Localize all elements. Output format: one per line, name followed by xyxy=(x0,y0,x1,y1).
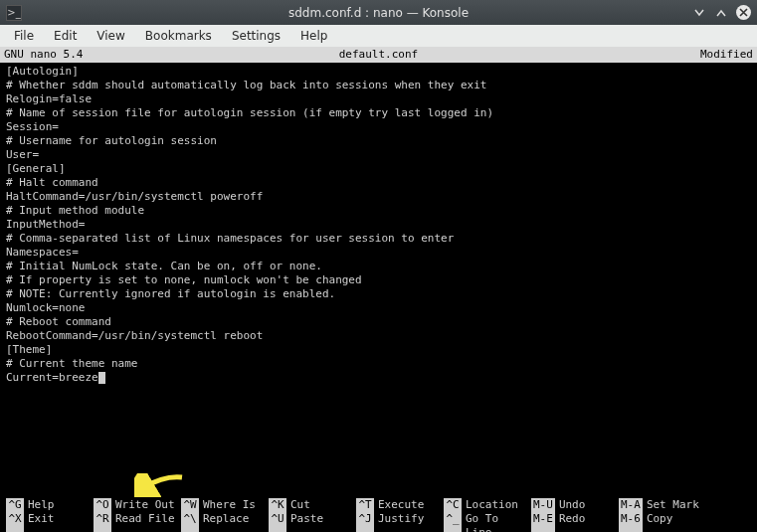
editor-line: # Reboot command xyxy=(6,315,751,329)
editor-line: # Comma-separated list of Linux namespac… xyxy=(6,232,751,246)
shortcut-where-is: ^WWhere Is xyxy=(181,498,269,512)
nano-header: GNU nano 5.4 default.conf Modified xyxy=(0,47,757,63)
shortcut-key: ^U xyxy=(269,512,286,532)
shortcut-label: Read File xyxy=(115,512,175,532)
shortcut-label: Redo xyxy=(559,512,586,532)
menu-help[interactable]: Help xyxy=(290,26,337,46)
editor-line: # Current theme name xyxy=(6,357,751,371)
editor-line: # Halt command xyxy=(6,176,751,190)
shortcut-key: ^T xyxy=(356,498,374,512)
shortcut-key: ^J xyxy=(356,512,374,532)
shortcut-label: Help xyxy=(28,498,55,512)
editor-line: Relogin=false xyxy=(6,92,751,106)
editor-area[interactable]: [Autologin]# Whether sddm should automat… xyxy=(0,63,757,498)
shortcut-label: Write Out xyxy=(115,498,175,512)
editor-line: # Name of session file for autologin ses… xyxy=(6,106,751,120)
shortcut-label: Replace xyxy=(203,512,249,532)
maximize-button[interactable] xyxy=(714,6,728,20)
shortcut-key: M-6 xyxy=(619,512,643,532)
shortcut-justify: ^JJustify xyxy=(356,512,444,532)
nano-status: Modified xyxy=(506,47,753,63)
shortcut-copy: M-6Copy xyxy=(619,512,706,532)
shortcut-key: ^C xyxy=(444,498,462,512)
shortcut-key: ^K xyxy=(269,498,286,512)
shortcut-redo: M-ERedo xyxy=(531,512,619,532)
editor-line: [General] xyxy=(6,162,751,176)
menu-edit[interactable]: Edit xyxy=(44,26,87,46)
shortcut-label: Undo xyxy=(559,498,586,512)
menu-view[interactable]: View xyxy=(87,26,134,46)
editor-line: Numlock=none xyxy=(6,301,751,315)
editor-line: # Initial NumLock state. Can be on, off … xyxy=(6,260,751,273)
shortcut-cut: ^KCut xyxy=(269,498,356,512)
editor-line: HaltCommand=/usr/bin/systemctl poweroff xyxy=(6,190,751,204)
minimize-button[interactable] xyxy=(692,6,706,20)
editor-line: # If property is set to none, numlock wo… xyxy=(6,273,751,287)
editor-line: RebootCommand=/usr/bin/systemctl reboot xyxy=(6,329,751,343)
editor-line: User= xyxy=(6,148,751,162)
shortcut-key: ^G xyxy=(6,498,24,512)
shortcut-label: Where Is xyxy=(203,498,256,512)
shortcut-label: Justify xyxy=(378,512,424,532)
shortcut-set-mark: M-ASet Mark xyxy=(619,498,706,512)
shortcut-label: Set Mark xyxy=(647,498,699,512)
shortcut-key: ^W xyxy=(181,498,199,512)
shortcut-paste: ^UPaste xyxy=(269,512,356,532)
editor-line: # Input method module xyxy=(6,204,751,218)
shortcut-location: ^CLocation xyxy=(444,498,531,512)
shortcut-label: Copy xyxy=(647,512,673,532)
nano-version: GNU nano 5.4 xyxy=(4,47,251,63)
shortcut-undo: M-UUndo xyxy=(531,498,619,512)
nano-filename: default.conf xyxy=(251,47,505,63)
shortcut-write-out: ^OWrite Out xyxy=(94,498,181,512)
shortcut-key: ^O xyxy=(94,498,111,512)
shortcut-key: ^X xyxy=(6,512,24,532)
menubar: File Edit View Bookmarks Settings Help xyxy=(0,25,757,47)
shortcut-exit: ^XExit xyxy=(6,512,94,532)
editor-line: [Autologin] xyxy=(6,65,751,79)
shortcut-help: ^GHelp xyxy=(6,498,94,512)
titlebar: >_ sddm.conf.d : nano — Konsole xyxy=(0,0,757,25)
menu-file[interactable]: File xyxy=(4,26,44,46)
editor-line: Session= xyxy=(6,120,751,134)
close-button[interactable] xyxy=(736,5,751,20)
shortcut-bar: ^GHelp^OWrite Out^WWhere Is^KCut^TExecut… xyxy=(0,498,757,532)
window-controls xyxy=(692,5,751,20)
editor-line: InputMethod= xyxy=(6,218,751,232)
editor-line: # NOTE: Currently ignored if autologin i… xyxy=(6,287,751,301)
text-cursor xyxy=(98,372,105,384)
shortcut-label: Exit xyxy=(28,512,55,532)
shortcut-key: M-A xyxy=(619,498,643,512)
editor-line: [Theme] xyxy=(6,343,751,357)
shortcut-go-to-line: ^_Go To Line xyxy=(444,512,531,532)
shortcut-key: M-U xyxy=(531,498,555,512)
editor-line: Namespaces= xyxy=(6,246,751,260)
shortcut-execute: ^TExecute xyxy=(356,498,444,512)
editor-line: # Username for autologin session xyxy=(6,134,751,148)
shortcut-label: Cut xyxy=(290,498,310,512)
menu-settings[interactable]: Settings xyxy=(222,26,290,46)
shortcut-read-file: ^RRead File xyxy=(94,512,181,532)
app-icon: >_ xyxy=(6,5,22,21)
shortcut-key: ^\ xyxy=(181,512,199,532)
menu-bookmarks[interactable]: Bookmarks xyxy=(135,26,222,46)
shortcut-label: Paste xyxy=(290,512,323,532)
editor-line: # Whether sddm should automatically log … xyxy=(6,79,751,92)
shortcut-label: Location xyxy=(466,498,518,512)
shortcut-label: Execute xyxy=(378,498,424,512)
shortcut-key: M-E xyxy=(531,512,555,532)
editor-line: Current=breeze xyxy=(6,371,751,385)
shortcut-key: ^R xyxy=(94,512,111,532)
shortcut-key: ^_ xyxy=(444,512,462,532)
shortcut-replace: ^\Replace xyxy=(181,512,269,532)
shortcut-label: Go To Line xyxy=(466,512,531,532)
window-title: sddm.conf.d : nano — Konsole xyxy=(288,6,469,20)
